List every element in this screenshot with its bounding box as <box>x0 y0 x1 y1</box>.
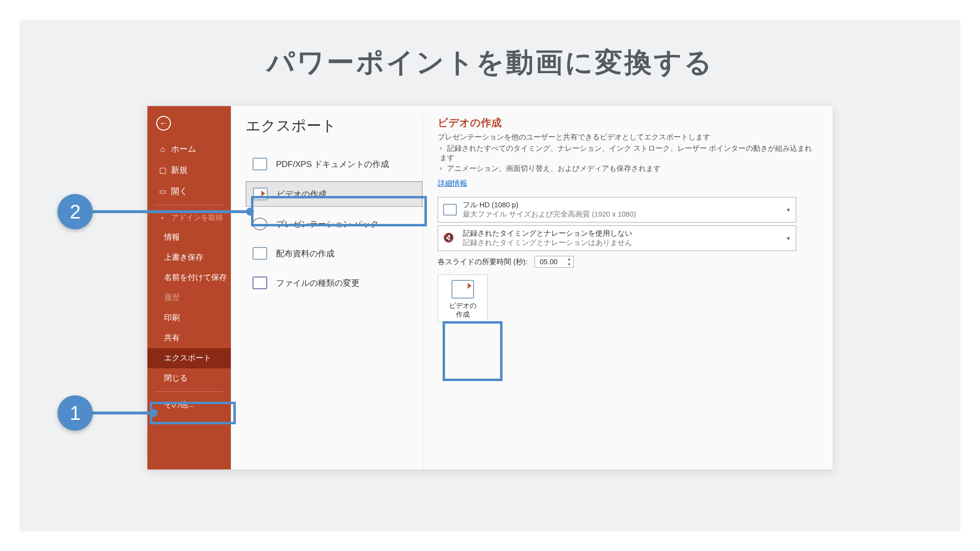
spinner-down-icon[interactable]: ▼ <box>567 262 571 267</box>
nav-share-label: 共有 <box>164 333 180 343</box>
nav-export[interactable]: エクスポート <box>147 348 231 368</box>
hd-icon <box>443 204 457 216</box>
chevron-down-icon: ▼ <box>786 207 791 213</box>
export-option-video[interactable]: ビデオの作成 <box>246 181 422 207</box>
export-handout-label: 配布資料の作成 <box>276 248 335 259</box>
nav-new-label: 新規 <box>171 165 188 176</box>
detail-bullet-1: 記録されたすべてのタイミング、ナレーション、インク ストローク、レーザー ポイン… <box>440 144 818 163</box>
detail-title: ビデオの作成 <box>438 116 818 130</box>
nav-close-label: 閉じる <box>164 373 188 384</box>
create-video-label-2: 作成 <box>456 310 470 319</box>
detail-more-link[interactable]: 詳細情報 <box>438 179 467 188</box>
export-video-label: ビデオの作成 <box>277 189 327 200</box>
nav-saveas-label: 名前を付けて保存 <box>164 273 227 283</box>
nav-info[interactable]: 情報 <box>147 227 231 248</box>
callout-dot-2 <box>246 208 254 216</box>
nav-export-label: エクスポート <box>164 353 211 363</box>
nav-open-label: 開く <box>171 186 188 197</box>
no-narration-icon <box>443 232 457 244</box>
timing-spinner[interactable]: 05.00 ▲ ▼ <box>534 256 574 268</box>
back-arrow-icon[interactable]: ← <box>156 116 171 131</box>
spinner-up-icon[interactable]: ▲ <box>567 257 571 261</box>
change-filetype-icon <box>252 276 267 289</box>
quality-line2: 最大ファイル サイズおよび完全高画質 (1920 x 1080) <box>463 210 636 219</box>
nav-info-label: 情報 <box>164 232 180 243</box>
new-icon: ▢ <box>158 165 167 175</box>
video-detail-panel: ビデオの作成 プレゼンテーションを他のユーザーと共有できるビデオとしてエクスポー… <box>422 116 833 469</box>
nav-close[interactable]: 閉じる <box>147 368 231 388</box>
nav-home-label: ホーム <box>171 143 196 155</box>
narration-line1: 記録されたタイミングとナレーションを使用しない <box>463 229 632 238</box>
export-pdf-label: PDF/XPS ドキュメントの作成 <box>276 159 389 170</box>
nav-saveas[interactable]: 名前を付けて保存 <box>147 268 231 288</box>
callout-badge-2: 2 <box>57 194 93 229</box>
callout-line-1 <box>93 412 154 414</box>
nav-open[interactable]: ▭開く <box>147 181 231 202</box>
export-heading: エクスポート <box>246 116 422 136</box>
detail-bullet-2: アニメーション、画面切り替え、およびメディアも保存されます <box>440 164 818 173</box>
nav-save-label: 上書き保存 <box>164 252 203 263</box>
create-video-label-1: ビデオの <box>449 302 476 310</box>
nav-history-label: 履歴 <box>164 293 180 303</box>
nav-print[interactable]: 印刷 <box>147 308 231 328</box>
nav-new[interactable]: ▢新規 <box>147 160 231 181</box>
export-filetype-label: ファイルの種類の変更 <box>276 277 360 289</box>
nav-history: 履歴 <box>147 288 231 308</box>
nav-other[interactable]: その他... <box>147 395 231 415</box>
export-option-handouts[interactable]: 配布資料の作成 <box>246 241 422 266</box>
chevron-down-icon: ▼ <box>786 236 791 241</box>
create-video-icon <box>451 280 474 299</box>
timing-value: 05.00 <box>540 258 558 266</box>
export-option-package[interactable]: プレゼンテーション パック <box>246 212 422 236</box>
video-icon <box>253 188 268 200</box>
open-icon: ▭ <box>158 187 167 196</box>
export-pack-label: プレゼンテーション パック <box>276 219 379 230</box>
export-options-column: エクスポート PDF/XPS ドキュメントの作成 ビデオの作成 プレゼンテーショ… <box>246 116 422 469</box>
video-quality-dropdown[interactable]: フル HD (1080 p) 最大ファイル サイズおよび完全高画質 (1920 … <box>438 197 796 222</box>
export-option-filetype[interactable]: ファイルの種類の変更 <box>246 271 422 295</box>
timing-label: 各スライドの所要時間 (秒): <box>438 257 528 267</box>
backstage-sidebar: ← ⌂ホーム ▢新規 ▭開く アドインを取得 情報 上書き保存 名前を付けて保存… <box>147 106 231 469</box>
home-icon: ⌂ <box>158 145 167 154</box>
narration-line2: 記録されたタイミングとナレーションはありません <box>463 238 632 248</box>
disc-icon <box>252 218 267 230</box>
nav-save[interactable]: 上書き保存 <box>147 248 231 268</box>
quality-line1: フル HD (1080 p) <box>463 200 636 210</box>
callout-dot-1 <box>150 409 158 417</box>
nav-home[interactable]: ⌂ホーム <box>147 138 231 160</box>
callout-badge-1: 1 <box>57 395 93 431</box>
nav-addins-label: アドインを取得 <box>171 213 223 222</box>
nav-other-label: その他... <box>164 400 194 410</box>
nav-share[interactable]: 共有 <box>147 328 231 348</box>
handout-icon <box>252 247 267 260</box>
powerpoint-backstage-window: ← ⌂ホーム ▢新規 ▭開く アドインを取得 情報 上書き保存 名前を付けて保存… <box>147 106 833 469</box>
narration-dropdown[interactable]: 記録されたタイミングとナレーションを使用しない 記録されたタイミングとナレーショ… <box>438 225 796 251</box>
nav-print-label: 印刷 <box>164 313 180 323</box>
detail-description: プレゼンテーションを他のユーザーと共有できるビデオとしてエクスポートします <box>438 133 818 142</box>
create-video-button[interactable]: ビデオの 作成 <box>438 275 488 323</box>
pdf-icon <box>252 158 267 170</box>
export-option-pdf[interactable]: PDF/XPS ドキュメントの作成 <box>246 152 422 176</box>
callout-line-2 <box>93 210 250 213</box>
slide-title: パワーポイントを動画に変換する <box>20 44 960 82</box>
